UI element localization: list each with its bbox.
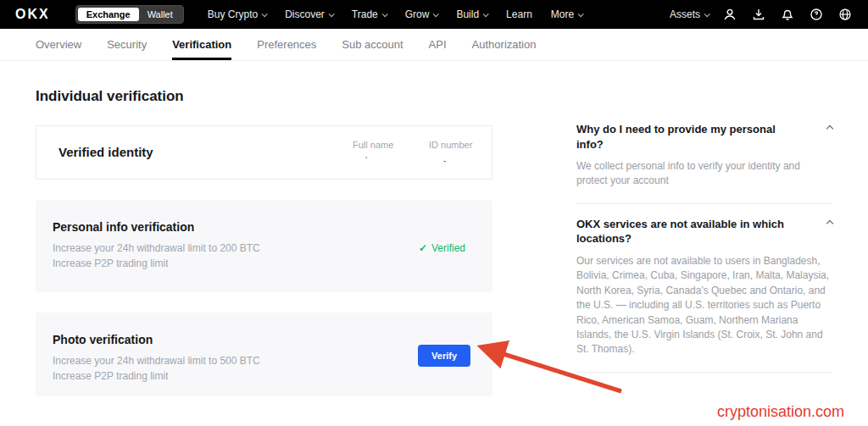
chevron-up-icon: [826, 125, 833, 132]
chevron-down-icon: [433, 11, 439, 17]
nav-grow-label: Grow: [405, 8, 430, 20]
profile-icon[interactable]: [722, 7, 737, 22]
full-name-column-header: Full name: [353, 140, 393, 150]
personal-info-title: Personal info verification: [53, 220, 194, 234]
personal-info-verification-card: Personal info verification Increase your…: [36, 200, 492, 292]
chevron-down-icon: [578, 11, 584, 17]
personal-info-benefit-2: Increase P2P trading limit: [53, 257, 169, 269]
photo-benefit-1: Increase your 24h withdrawal limit to 50…: [53, 355, 260, 367]
nav-learn[interactable]: Learn: [506, 8, 532, 20]
nav-trade-label: Trade: [352, 8, 378, 20]
page-title: Individual verification: [36, 88, 184, 105]
faq-answer-text: We collect personal info to verify your …: [576, 159, 832, 189]
photo-verification-title: Photo verification: [53, 333, 153, 346]
tab-overview[interactable]: Overview: [36, 29, 81, 60]
notifications-bell-icon[interactable]: [780, 7, 795, 22]
topnav-right-group: Assets: [670, 7, 853, 22]
exchange-wallet-toggle: Exchange Wallet: [75, 5, 184, 24]
verified-status-label: Verified: [431, 242, 465, 254]
wallet-toggle-button[interactable]: Wallet: [139, 8, 181, 21]
primary-menu: Buy Crypto Discover Trade Grow Build Lea…: [208, 8, 582, 20]
nav-build[interactable]: Build: [456, 8, 487, 20]
check-icon: ✓: [419, 242, 427, 254]
nav-grow[interactable]: Grow: [405, 8, 438, 20]
chevron-down-icon: [704, 11, 710, 17]
chevron-down-icon: [329, 11, 335, 17]
verified-identity-title: Verified identity: [58, 145, 153, 159]
nav-more[interactable]: More: [551, 8, 582, 20]
tab-sub-account[interactable]: Sub account: [342, 29, 403, 60]
watermark: cryptonisation.com: [717, 403, 844, 421]
faq-question-text: Why do I need to provide my personal inf…: [576, 122, 805, 152]
chevron-down-icon: [381, 11, 387, 17]
tab-authorization[interactable]: Authorization: [472, 29, 537, 60]
nav-trade[interactable]: Trade: [352, 8, 387, 20]
personal-info-benefit-1: Increase your 24h withdrawal limit to 20…: [53, 242, 260, 254]
help-icon[interactable]: [809, 7, 824, 22]
nav-buy-crypto[interactable]: Buy Crypto: [208, 8, 266, 20]
assets-menu[interactable]: Assets: [670, 8, 709, 20]
exchange-toggle-button[interactable]: Exchange: [78, 8, 139, 21]
verify-button[interactable]: Verify: [418, 345, 470, 367]
nav-build-label: Build: [456, 8, 479, 20]
tab-api[interactable]: API: [429, 29, 447, 60]
chevron-down-icon: [262, 11, 268, 17]
language-globe-icon[interactable]: [837, 7, 853, 22]
faq-question-text: OKX services are not available in which …: [576, 217, 805, 246]
faq-question-personal-info[interactable]: Why do I need to provide my personal inf…: [576, 122, 832, 152]
okx-logo[interactable]: OKX: [15, 7, 50, 22]
tab-preferences[interactable]: Preferences: [257, 29, 316, 60]
nav-discover[interactable]: Discover: [285, 8, 333, 20]
tab-verification[interactable]: Verification: [172, 29, 231, 60]
tab-security[interactable]: Security: [107, 29, 147, 60]
full-name-value: ’: [365, 156, 367, 165]
photo-benefit-2: Increase P2P trading limit: [53, 370, 169, 382]
chevron-up-icon: [826, 220, 833, 227]
faq-question-locations[interactable]: OKX services are not available in which …: [576, 217, 832, 246]
faq-sidebar: Why do I need to provide my personal inf…: [576, 122, 832, 385]
verified-identity-card: Verified identity Full name ’ ID number …: [36, 125, 492, 180]
nav-learn-label: Learn: [506, 8, 532, 20]
id-number-value: -: [443, 156, 446, 165]
nav-discover-label: Discover: [285, 8, 325, 20]
divider: [576, 203, 832, 204]
top-navigation: OKX Exchange Wallet Buy Crypto Discover …: [0, 0, 868, 29]
nav-buy-crypto-label: Buy Crypto: [208, 8, 258, 20]
nav-more-label: More: [551, 8, 574, 20]
assets-label: Assets: [670, 8, 700, 20]
download-app-icon[interactable]: [751, 7, 766, 22]
id-number-column-header: ID number: [429, 140, 472, 150]
chevron-down-icon: [483, 11, 489, 17]
verified-status-badge: ✓ Verified: [419, 242, 465, 254]
divider: [576, 372, 832, 373]
photo-verification-card: Photo verification Increase your 24h wit…: [36, 313, 492, 396]
account-tabs: Overview Security Verification Preferenc…: [0, 29, 868, 61]
faq-answer-text: Our services are not available to users …: [576, 254, 832, 357]
